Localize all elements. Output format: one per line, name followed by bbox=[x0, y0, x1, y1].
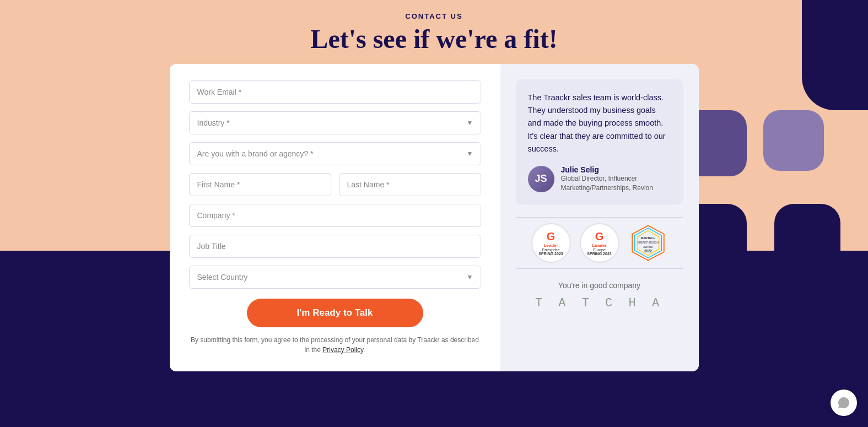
svg-text:BREAKTHROUGH: BREAKTHROUGH bbox=[637, 241, 658, 244]
bg-shape-purple-2 bbox=[763, 110, 824, 171]
country-select-wrapper: Select Country United States United King… bbox=[189, 266, 481, 289]
author-name: Julie Selig bbox=[561, 165, 671, 174]
privacy-policy-link[interactable]: Privacy Policy bbox=[322, 346, 363, 354]
chat-bubble[interactable] bbox=[831, 390, 857, 416]
author-info: Julie Selig Global Director, Influencer … bbox=[561, 165, 671, 193]
header: CONTACT US Let's see if we're a fit! bbox=[0, 0, 868, 64]
last-name-field bbox=[339, 173, 481, 196]
form-disclaimer: By submitting this form, you agree to th… bbox=[189, 335, 481, 355]
badge-europe-label: Europe bbox=[593, 248, 606, 252]
g2-enterprise-badge: G Leader Enterprise SPRING 2023 bbox=[531, 223, 571, 263]
avatar: JS bbox=[528, 166, 554, 192]
company-input[interactable] bbox=[189, 204, 481, 227]
name-row bbox=[189, 173, 481, 196]
good-company-label: You're in good company bbox=[516, 281, 683, 290]
brand-agency-select[interactable]: Are you with a brand or agency? * Brand … bbox=[189, 142, 481, 165]
first-name-input[interactable] bbox=[189, 173, 331, 196]
badge-season-2: SPRING 2023 bbox=[587, 252, 611, 256]
martech-hex-svg: MARTECH BREAKTHROUGH AWARD 2022 bbox=[628, 223, 668, 263]
industry-select[interactable]: Industry * Technology Fashion & Beauty C… bbox=[189, 111, 481, 134]
main-card: Industry * Technology Fashion & Beauty C… bbox=[170, 64, 699, 371]
svg-text:AWARD: AWARD bbox=[643, 246, 653, 248]
g2-letter-1: G bbox=[547, 230, 556, 243]
svg-text:MARTECH: MARTECH bbox=[640, 236, 655, 239]
good-company-section: You're in good company T A T C H A bbox=[516, 281, 683, 310]
contact-label: CONTACT US bbox=[0, 12, 868, 20]
info-side: The Traackr sales team is world-class. T… bbox=[500, 64, 699, 371]
badges-row: G Leader Enterprise SPRING 2023 G Leader… bbox=[516, 217, 683, 269]
work-email-field bbox=[189, 80, 481, 104]
industry-select-wrapper: Industry * Technology Fashion & Beauty C… bbox=[189, 111, 481, 134]
martech-badge: MARTECH BREAKTHROUGH AWARD 2022 bbox=[628, 223, 668, 263]
chat-icon bbox=[837, 396, 850, 409]
main-title: Let's see if we're a fit! bbox=[0, 24, 868, 54]
badge-leader-label-2: Leader bbox=[592, 243, 606, 248]
page-wrapper: CONTACT US Let's see if we're a fit! Ind… bbox=[0, 0, 868, 427]
testimonial-card: The Traackr sales team is world-class. T… bbox=[516, 79, 683, 205]
g2-letter-2: G bbox=[595, 230, 604, 243]
badge-season-1: SPRING 2023 bbox=[538, 252, 563, 256]
testimonial-author: JS Julie Selig Global Director, Influenc… bbox=[528, 165, 671, 193]
company-field bbox=[189, 204, 481, 227]
tatcha-logo: T A T C H A bbox=[516, 296, 683, 310]
first-name-field bbox=[189, 173, 331, 196]
country-field: Select Country United States United King… bbox=[189, 266, 481, 289]
svg-text:2022: 2022 bbox=[644, 249, 652, 253]
job-title-input[interactable] bbox=[189, 235, 481, 258]
brand-agency-select-wrapper: Are you with a brand or agency? * Brand … bbox=[189, 142, 481, 165]
brand-agency-field: Are you with a brand or agency? * Brand … bbox=[189, 142, 481, 165]
badge-leader-label-1: Leader bbox=[543, 243, 558, 248]
testimonial-text: The Traackr sales team is world-class. T… bbox=[528, 91, 671, 155]
form-side: Industry * Technology Fashion & Beauty C… bbox=[170, 64, 500, 371]
g2-europe-badge: G Leader Europe SPRING 2023 bbox=[580, 223, 619, 263]
industry-field: Industry * Technology Fashion & Beauty C… bbox=[189, 111, 481, 134]
submit-button[interactable]: I'm Ready to Talk bbox=[247, 299, 423, 327]
author-title: Global Director, Influencer Marketing/Pa… bbox=[561, 174, 671, 193]
work-email-input[interactable] bbox=[189, 80, 481, 104]
country-select[interactable]: Select Country United States United King… bbox=[189, 266, 481, 289]
job-title-field bbox=[189, 235, 481, 258]
badge-enterprise-label: Enterprise bbox=[542, 248, 560, 252]
last-name-input[interactable] bbox=[339, 173, 481, 196]
